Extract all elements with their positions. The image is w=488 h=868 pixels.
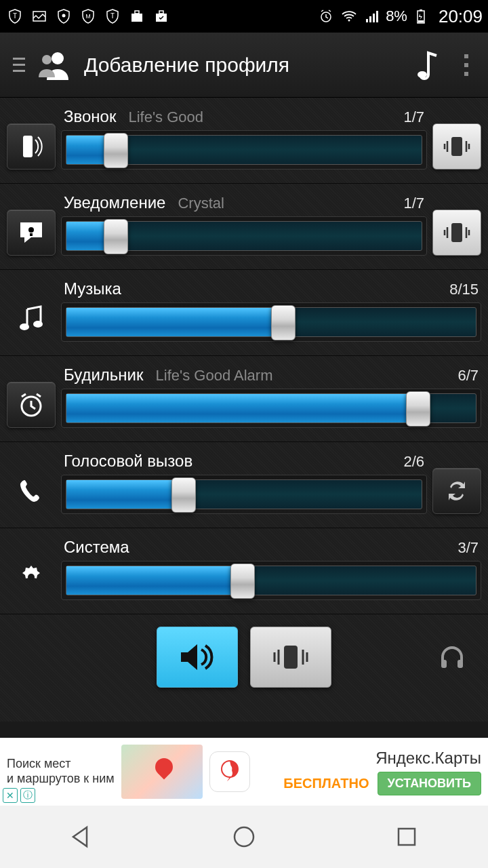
music-slider[interactable]	[61, 302, 481, 342]
ad-image	[121, 745, 203, 799]
volume-list: Звонок Life's Good 1/7 Уведомление Cryst…	[0, 98, 488, 722]
ad-info-button[interactable]: ⓘ	[20, 788, 35, 803]
ringtone-icon-button[interactable]	[7, 123, 56, 170]
svg-point-29	[28, 227, 34, 233]
svg-rect-38	[458, 660, 463, 668]
svg-rect-20	[13, 70, 25, 72]
row-label: Музыка	[64, 279, 121, 298]
svg-rect-25	[464, 63, 468, 67]
svg-rect-26	[464, 72, 468, 76]
svg-point-41	[235, 827, 253, 846]
svg-rect-31	[451, 223, 462, 242]
vibrate-mode-button[interactable]	[250, 627, 331, 688]
m-shield-icon: M	[79, 7, 98, 26]
ad-install-button[interactable]: УСТАНОВИТЬ	[378, 772, 481, 795]
row-system: Система 3/7	[0, 528, 488, 614]
notification-icon-button[interactable]	[7, 210, 56, 256]
row-count: 1/7	[403, 108, 424, 126]
ad-banner[interactable]: Поиск мест и маршрутов к ним 9 Яндекс.Ка…	[0, 738, 488, 806]
svg-rect-14	[376, 11, 378, 22]
row-sound-name: Life's Good	[128, 108, 403, 126]
ad-title: Яндекс.Карты	[375, 749, 481, 768]
battery-icon	[411, 7, 430, 26]
row-count: 3/7	[458, 539, 479, 557]
gallery-icon	[30, 7, 49, 26]
svg-rect-12	[369, 16, 371, 22]
notification-slider[interactable]	[61, 216, 427, 256]
menu-button[interactable]	[8, 49, 30, 81]
svg-point-10	[348, 20, 350, 22]
home-button[interactable]	[203, 816, 285, 857]
refresh-button[interactable]	[432, 468, 481, 514]
svg-rect-27	[23, 136, 33, 157]
row-label: Будильник	[64, 366, 144, 384]
notification-vibrate-button[interactable]	[432, 210, 481, 256]
svg-text:T: T	[13, 12, 17, 20]
row-label: Уведомление	[64, 193, 165, 212]
briefcase-check-icon	[152, 7, 171, 26]
svg-rect-37	[441, 660, 447, 668]
voice-call-slider[interactable]	[61, 475, 427, 514]
svg-text:9: 9	[227, 764, 232, 774]
statusbar: T M T 8% 20:09	[0, 0, 488, 33]
svg-rect-42	[399, 829, 415, 845]
alarm-slider[interactable]	[61, 389, 481, 428]
alarm-icon-button[interactable]	[7, 382, 56, 428]
row-count: 8/15	[449, 281, 479, 298]
gear-icon	[7, 554, 56, 600]
ad-controls: ✕ ⓘ	[3, 788, 35, 803]
status-indicators-right: 8% 20:09	[317, 6, 483, 27]
system-slider[interactable]	[61, 561, 481, 600]
row-alarm: Будильник Life's Good Alarm 6/7	[0, 356, 488, 442]
ad-text: Поиск мест и маршрутов к ним	[7, 757, 115, 786]
row-voice-call: Голосовой вызов 2/6	[0, 442, 488, 528]
battery-percent: 8%	[386, 7, 407, 25]
music-button[interactable]	[407, 46, 445, 84]
profiles-icon[interactable]	[35, 46, 73, 84]
headphones-icon[interactable]	[435, 640, 469, 674]
svg-rect-24	[464, 54, 468, 58]
row-label: Звонок	[64, 107, 116, 126]
svg-point-21	[52, 52, 64, 64]
svg-point-33	[33, 321, 43, 328]
sound-mode-button[interactable]	[157, 627, 238, 688]
music-icon	[7, 296, 56, 342]
ad-app-icon: 9	[209, 751, 250, 792]
ad-free-label: БЕСПЛАТНО	[283, 776, 369, 791]
signal-icon	[363, 7, 382, 26]
svg-rect-11	[366, 19, 368, 22]
app-bar: Добавление профиля	[0, 33, 488, 98]
ringtone-slider[interactable]	[61, 130, 427, 170]
svg-rect-28	[451, 137, 462, 156]
mode-buttons	[0, 614, 488, 700]
row-notification: Уведомление Crystal 1/7	[0, 184, 488, 270]
svg-rect-5	[131, 14, 142, 22]
svg-text:T: T	[110, 12, 115, 20]
svg-rect-16	[420, 9, 422, 11]
briefcase-icon	[127, 7, 146, 26]
shield-icon-2: T	[103, 7, 122, 26]
svg-point-2	[62, 14, 66, 18]
back-button[interactable]	[41, 816, 122, 857]
svg-rect-13	[373, 14, 375, 22]
svg-rect-8	[159, 11, 163, 14]
svg-rect-36	[284, 646, 298, 669]
row-music: Музыка 8/15	[0, 270, 488, 356]
wifi-icon	[340, 7, 359, 26]
ringtone-vibrate-button[interactable]	[432, 123, 481, 170]
row-ringtone: Звонок Life's Good 1/7	[0, 98, 488, 184]
recents-button[interactable]	[366, 816, 447, 857]
ad-close-button[interactable]: ✕	[3, 788, 18, 803]
row-count: 2/6	[403, 453, 424, 471]
row-label: Система	[64, 538, 129, 557]
svg-rect-19	[13, 64, 25, 66]
svg-rect-18	[13, 58, 25, 60]
lock-shield-icon	[54, 7, 73, 26]
ad-line1: Поиск мест	[7, 757, 115, 772]
shield-icon: T	[5, 7, 24, 26]
overflow-menu-button[interactable]	[453, 46, 480, 84]
svg-point-23	[418, 71, 427, 78]
alarm-icon	[317, 7, 336, 26]
clock: 20:09	[439, 6, 483, 27]
row-count: 1/7	[403, 195, 424, 212]
